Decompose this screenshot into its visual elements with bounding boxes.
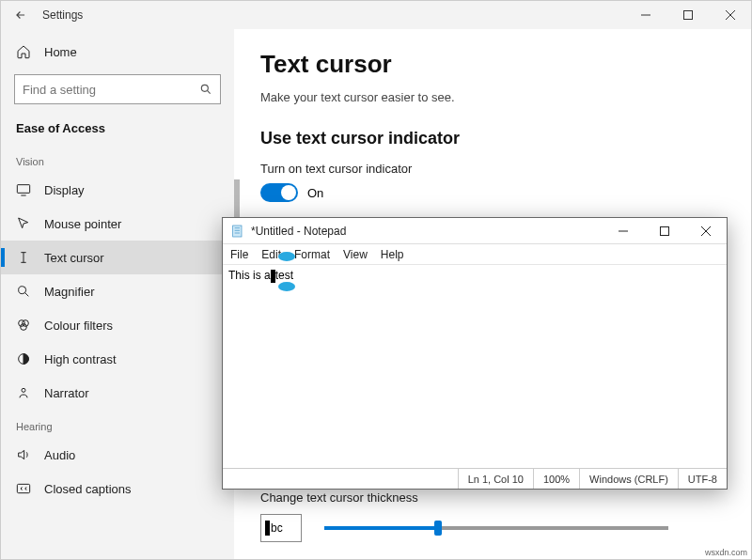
minimize-button[interactable] bbox=[624, 1, 666, 29]
sidebar-item-colour-filters[interactable]: Colour filters bbox=[1, 308, 234, 342]
magnifier-icon bbox=[16, 284, 31, 299]
sidebar-item-label: Mouse pointer bbox=[44, 217, 121, 231]
home-icon bbox=[16, 44, 31, 59]
category-vision: Vision bbox=[1, 145, 234, 173]
sidebar-item-high-contrast[interactable]: High contrast bbox=[1, 342, 234, 376]
page-description: Make your text cursor easier to see. bbox=[260, 90, 725, 104]
search-input[interactable] bbox=[23, 83, 199, 97]
toggle-state: On bbox=[307, 186, 323, 200]
sidebar-item-label: Magnifier bbox=[44, 285, 94, 299]
notepad-icon bbox=[230, 224, 245, 239]
sidebar-item-display[interactable]: Display bbox=[1, 173, 234, 207]
svg-rect-17 bbox=[233, 226, 242, 237]
sidebar-item-label: Audio bbox=[44, 448, 75, 462]
svg-point-9 bbox=[19, 287, 26, 294]
close-button[interactable] bbox=[709, 1, 751, 29]
preview-text: bc bbox=[271, 521, 283, 535]
thickness-preview: bc bbox=[260, 514, 302, 542]
sidebar-item-magnifier[interactable]: Magnifier bbox=[1, 274, 234, 308]
svg-point-13 bbox=[21, 324, 27, 331]
display-icon bbox=[16, 182, 31, 197]
watermark: wsxdn.com bbox=[705, 548, 747, 557]
menu-view[interactable]: View bbox=[343, 248, 368, 261]
settings-title: Settings bbox=[42, 8, 83, 22]
menu-help[interactable]: Help bbox=[381, 248, 404, 261]
settings-titlebar: Settings bbox=[1, 1, 751, 29]
notepad-titlebar[interactable]: *Untitled - Notepad bbox=[223, 218, 727, 244]
mouse-pointer-icon bbox=[16, 216, 31, 231]
notepad-menubar: File Edit Format View Help bbox=[223, 244, 727, 265]
svg-rect-22 bbox=[661, 226, 669, 235]
sidebar-item-label: Narrator bbox=[44, 386, 89, 400]
thickness-section: Change text cursor thickness bc bbox=[260, 490, 725, 542]
sidebar-item-label: Closed captions bbox=[44, 482, 132, 496]
notepad-minimize[interactable] bbox=[603, 218, 644, 244]
menu-format[interactable]: Format bbox=[294, 248, 330, 261]
indicator-toggle[interactable] bbox=[260, 183, 298, 202]
back-button[interactable] bbox=[12, 7, 29, 23]
sidebar-item-label: Colour filters bbox=[44, 319, 113, 333]
svg-point-15 bbox=[22, 388, 25, 392]
page-heading: Text cursor bbox=[260, 50, 725, 79]
high-contrast-icon bbox=[16, 351, 31, 366]
settings-sidebar: Home Ease of Access Vision Display Mouse… bbox=[1, 29, 234, 559]
notepad-window: *Untitled - Notepad File Edit Format Vie… bbox=[222, 217, 728, 490]
settings-group: Ease of Access bbox=[1, 116, 234, 145]
svg-rect-6 bbox=[17, 185, 29, 194]
text-before-cursor: This is a bbox=[228, 269, 271, 282]
svg-line-10 bbox=[25, 293, 29, 297]
sidebar-item-narrator[interactable]: Narrator bbox=[1, 376, 234, 410]
thickness-slider[interactable] bbox=[324, 526, 668, 530]
maximize-button[interactable] bbox=[666, 1, 709, 29]
text-after-cursor: test bbox=[275, 269, 293, 282]
text-cursor-icon bbox=[16, 250, 31, 265]
sidebar-item-audio[interactable]: Audio bbox=[1, 438, 234, 472]
preview-cursor bbox=[265, 521, 270, 536]
sidebar-item-label: Text cursor bbox=[44, 251, 104, 265]
sidebar-item-closed-captions[interactable]: Closed captions bbox=[1, 472, 234, 506]
search-box[interactable] bbox=[14, 74, 221, 104]
thickness-label: Change text cursor thickness bbox=[260, 490, 725, 505]
sidebar-item-label: Display bbox=[44, 183, 85, 197]
svg-line-5 bbox=[207, 90, 210, 93]
closed-captions-icon bbox=[16, 481, 31, 496]
sidebar-item-label: High contrast bbox=[44, 352, 117, 366]
status-encoding: UTF-8 bbox=[678, 469, 727, 489]
slider-thumb[interactable] bbox=[434, 521, 442, 536]
search-icon bbox=[199, 83, 212, 96]
sidebar-item-text-cursor[interactable]: Text cursor bbox=[1, 241, 234, 274]
svg-point-4 bbox=[201, 85, 208, 91]
home-nav[interactable]: Home bbox=[1, 35, 234, 69]
home-label: Home bbox=[44, 45, 77, 59]
cursor-indicator-top bbox=[278, 252, 295, 261]
toggle-label: Turn on text cursor indicator bbox=[260, 162, 725, 176]
status-position: Ln 1, Col 10 bbox=[458, 469, 533, 489]
status-zoom: 100% bbox=[533, 469, 579, 489]
sidebar-item-mouse-pointer[interactable]: Mouse pointer bbox=[1, 207, 234, 241]
narrator-icon bbox=[16, 385, 31, 400]
section-indicator: Use text cursor indicator bbox=[260, 129, 725, 148]
audio-icon bbox=[16, 447, 31, 462]
menu-file[interactable]: File bbox=[230, 248, 248, 261]
cursor-indicator-bottom bbox=[278, 282, 295, 291]
notepad-maximize[interactable] bbox=[644, 218, 685, 244]
notepad-title: *Untitled - Notepad bbox=[251, 225, 346, 238]
svg-rect-1 bbox=[683, 11, 692, 20]
notepad-close[interactable] bbox=[685, 218, 727, 244]
status-eol: Windows (CRLF) bbox=[579, 469, 678, 489]
svg-rect-16 bbox=[17, 484, 29, 492]
svg-point-12 bbox=[23, 320, 29, 327]
colour-filters-icon bbox=[16, 318, 31, 333]
notepad-text-area[interactable]: This is atest bbox=[223, 265, 727, 468]
category-hearing: Hearing bbox=[1, 410, 234, 438]
notepad-statusbar: Ln 1, Col 10 100% Windows (CRLF) UTF-8 bbox=[223, 468, 727, 489]
